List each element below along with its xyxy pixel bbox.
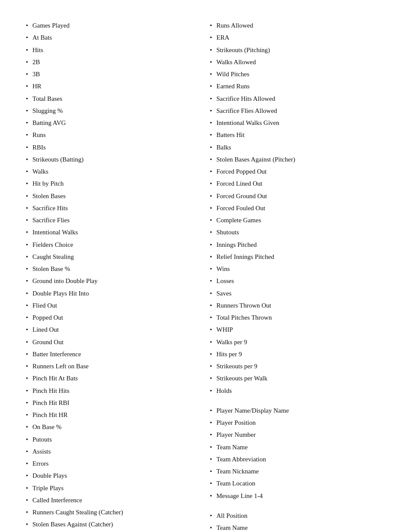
list-item: Pinch Hit RBI	[26, 398, 201, 408]
list-item: Slugging %	[26, 106, 201, 116]
list-item: ERA	[210, 33, 385, 43]
list-item: Innings Pitched	[210, 240, 385, 250]
list-item: WHIP	[210, 325, 385, 335]
list-item: Earned Runs	[210, 81, 385, 91]
list-item: Flied Out	[26, 301, 201, 311]
list-item: Stolen Bases Against (Pitcher)	[210, 155, 385, 165]
list-item: Saves	[210, 289, 385, 299]
list-item: Relief Innings Pitched	[210, 252, 385, 262]
list-item: Ground Out	[26, 337, 201, 347]
list-item: Player Position	[210, 418, 385, 428]
list-item: Pinch Hit Hits	[26, 386, 201, 396]
list-item: Caught Stealing	[26, 252, 201, 262]
right-column: Runs AllowedERAStrikeouts (Pitching)Walk…	[210, 21, 385, 532]
list-item: Walks per 9	[210, 337, 385, 347]
list-item: Pinch Hit At Bats	[26, 373, 201, 383]
list-item: Balks	[210, 143, 385, 152]
list-item: Sacrifice Hits	[26, 203, 201, 213]
list-item: Total Bases	[26, 94, 201, 104]
list-item: Strikeouts per 9	[210, 361, 385, 371]
list-item: Errors	[26, 459, 201, 469]
list-item: 3B	[26, 69, 201, 79]
list-item: Batter Interference	[26, 349, 201, 359]
page: Games PlayedAt BatsHits2B3BHRTotal Bases…	[0, 0, 411, 532]
right-list-group2: Player Name/Display NamePlayer PositionP…	[210, 406, 385, 501]
list-item: Sacrifice Flies	[26, 215, 201, 225]
list-item: Holds	[210, 386, 385, 396]
list-item: Walks Allowed	[210, 57, 385, 67]
list-item: Batting AVG	[26, 118, 201, 128]
list-item: Walks	[26, 167, 201, 177]
list-item: Losses	[210, 276, 385, 286]
list-item: Runners Left on Base	[26, 361, 201, 371]
list-item: Complete Games	[210, 215, 385, 225]
list-item: At Bats	[26, 33, 201, 43]
list-item: Player Number	[210, 430, 385, 440]
list-item: On Base %	[26, 422, 201, 432]
list-item: Sacrifice Flies Allowed	[210, 106, 385, 116]
list-item: Team Nickname	[210, 467, 385, 476]
list-item: Double Plays Hit Into	[26, 289, 201, 299]
list-item: Hit by Pitch	[26, 179, 201, 189]
list-item: Intentional Walks	[26, 227, 201, 237]
list-item: Lined Out	[26, 325, 201, 335]
list-item: Strikeouts (Pitching)	[210, 45, 385, 55]
list-item: Player Name/Display Name	[210, 406, 385, 416]
list-item: Forced Ground Out	[210, 191, 385, 201]
list-item: Putouts	[26, 435, 201, 445]
list-item: Stolen Bases	[26, 191, 201, 201]
list-item: Games Played	[26, 21, 201, 31]
list-item: Forced Popped Out	[210, 167, 385, 177]
list-item: Forced Fouled Out	[210, 203, 385, 213]
list-item: RBIs	[26, 143, 201, 152]
list-item: Assists	[26, 447, 201, 457]
list-item: Ground into Double Play	[26, 276, 201, 286]
list-item: Hits	[26, 45, 201, 55]
list-item: Runners Thrown Out	[210, 301, 385, 311]
list-item: Triple Plays	[26, 483, 201, 493]
list-item: Forced Lined Out	[210, 179, 385, 189]
list-item: Strikeouts (Batting)	[26, 155, 201, 165]
list-item: Fielders Choice	[26, 240, 201, 250]
list-item: Team Location	[210, 479, 385, 488]
list-item: Popped Out	[26, 313, 201, 323]
list-item: Team Abbreviation	[210, 454, 385, 464]
list-item: Team Name	[210, 523, 385, 532]
list-item: Team Name	[210, 442, 385, 452]
list-item: Called Interference	[26, 495, 201, 505]
list-item: Runs	[26, 130, 201, 140]
list-item: Intentional Walks Given	[210, 118, 385, 128]
list-item: Stolen Base %	[26, 264, 201, 274]
main-columns: Games PlayedAt BatsHits2B3BHRTotal Bases…	[26, 21, 385, 532]
list-item: Runners Caught Stealing (Catcher)	[26, 507, 201, 517]
list-item: Wild Pitches	[210, 69, 385, 79]
right-list-group1: Runs AllowedERAStrikeouts (Pitching)Walk…	[210, 21, 385, 396]
list-item: Total Pitches Thrown	[210, 313, 385, 323]
list-item: Stolen Bases Against (Catcher)	[26, 520, 201, 529]
list-item: Shutouts	[210, 227, 385, 237]
left-list: Games PlayedAt BatsHits2B3BHRTotal Bases…	[26, 21, 201, 532]
list-item: Hits per 9	[210, 349, 385, 359]
list-item: 2B	[26, 57, 201, 67]
list-item: Message Line 1-4	[210, 491, 385, 501]
list-item: Sacrifice Hits Allowed	[210, 94, 385, 104]
list-item: HR	[26, 81, 201, 91]
list-item: Double Plays	[26, 471, 201, 481]
list-item: Strikeouts per Walk	[210, 373, 385, 383]
right-list-group3: All PositionTeam NameTeam CityTeam Abbre…	[210, 511, 385, 532]
left-column: Games PlayedAt BatsHits2B3BHRTotal Bases…	[26, 21, 210, 532]
list-item: Wins	[210, 264, 385, 274]
list-item: Batters Hit	[210, 130, 385, 140]
list-item: All Position	[210, 511, 385, 521]
list-item: Runs Allowed	[210, 21, 385, 31]
list-item: Pinch Hit HR	[26, 410, 201, 420]
